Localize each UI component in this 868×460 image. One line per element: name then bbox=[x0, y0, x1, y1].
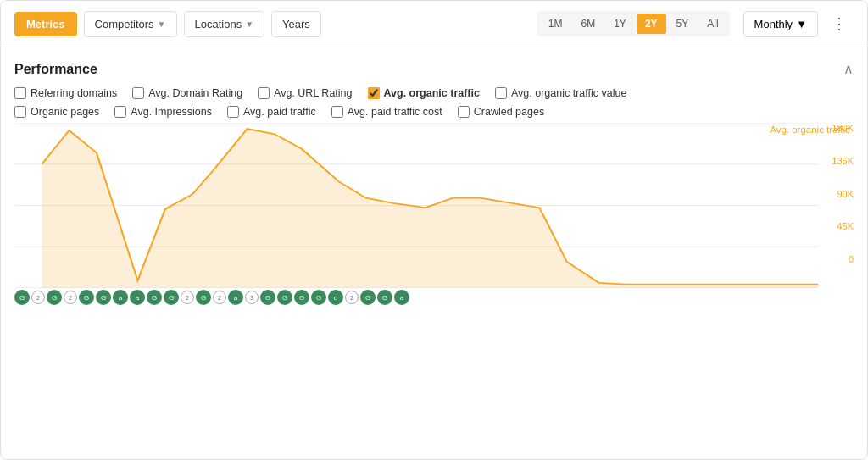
dot-5: G bbox=[79, 290, 94, 305]
checkbox-avg-organic-traffic-value[interactable] bbox=[495, 87, 507, 99]
dot-24: a bbox=[394, 290, 409, 305]
metric-avg-organic-traffic[interactable]: Avg. organic traffic bbox=[368, 87, 480, 99]
metrics-row-2: Organic pages Avg. Impressions Avg. paid… bbox=[1, 103, 867, 121]
chart-area-fill bbox=[42, 129, 818, 288]
y-axis: 180K 135K 90K 45K 0 bbox=[818, 123, 854, 288]
metric-label-referring-domains: Referring domains bbox=[31, 87, 117, 99]
metrics-row-1: Referring domains Avg. Domain Rating Avg… bbox=[1, 84, 867, 103]
dot-18: G bbox=[294, 290, 309, 305]
metric-organic-pages[interactable]: Organic pages bbox=[14, 106, 99, 118]
dot-21: 2 bbox=[345, 291, 359, 304]
chart-svg: Jan 2023 Apr 2023 Jul 2023 Oct 2023 Jan … bbox=[14, 123, 818, 288]
checkbox-avg-paid-traffic-cost[interactable] bbox=[331, 106, 343, 118]
toolbar: Metrics Competitors ▼ Locations ▼ Years … bbox=[1, 1, 867, 47]
performance-title: Performance bbox=[14, 62, 97, 77]
dot-16: G bbox=[260, 290, 275, 305]
competitors-arrow-icon: ▼ bbox=[158, 19, 166, 29]
more-options-button[interactable]: ⋮ bbox=[825, 9, 854, 38]
time-btn-1y[interactable]: 1Y bbox=[605, 14, 635, 34]
main-container: Metrics Competitors ▼ Locations ▼ Years … bbox=[0, 0, 868, 460]
metric-label-avg-organic-traffic: Avg. organic traffic bbox=[384, 87, 480, 99]
period-label: Monthly bbox=[754, 18, 793, 30]
timeline-dots: G 2 G 2 G G a a G G 2 G 2 a 3 bbox=[14, 288, 818, 308]
checkbox-avg-url-rating[interactable] bbox=[258, 87, 270, 99]
metric-label-avg-domain-rating: Avg. Domain Rating bbox=[148, 87, 242, 99]
y-label-0: 0 bbox=[849, 254, 854, 264]
metric-label-organic-pages: Organic pages bbox=[31, 106, 99, 118]
dot-9: G bbox=[147, 290, 162, 305]
time-buttons-group: 1M 6M 1Y 2Y 5Y All bbox=[537, 11, 730, 36]
metric-label-avg-paid-traffic-cost: Avg. paid traffic cost bbox=[348, 106, 442, 118]
competitors-button[interactable]: Competitors ▼ bbox=[84, 11, 177, 37]
metric-avg-organic-traffic-value[interactable]: Avg. organic traffic value bbox=[495, 87, 626, 99]
metric-avg-domain-rating[interactable]: Avg. Domain Rating bbox=[132, 87, 242, 99]
locations-label: Locations bbox=[195, 18, 242, 30]
period-button[interactable]: Monthly ▼ bbox=[743, 11, 818, 37]
metric-avg-url-rating[interactable]: Avg. URL Rating bbox=[258, 87, 352, 99]
chart-series-label: Avg. organic traffic bbox=[770, 125, 850, 135]
metric-crawled-pages[interactable]: Crawled pages bbox=[458, 106, 544, 118]
y-label-90k: 90K bbox=[837, 189, 854, 199]
years-button[interactable]: Years bbox=[271, 11, 321, 37]
time-btn-6m[interactable]: 6M bbox=[573, 14, 604, 34]
dot-12: G bbox=[196, 290, 211, 305]
checkbox-avg-domain-rating[interactable] bbox=[132, 87, 144, 99]
dot-13: 2 bbox=[213, 291, 226, 304]
dot-20: o bbox=[328, 290, 343, 305]
dot-1: G bbox=[14, 290, 30, 305]
metrics-button[interactable]: Metrics bbox=[14, 12, 77, 36]
metric-label-avg-impressions: Avg. Impressions bbox=[131, 106, 212, 118]
checkbox-organic-pages[interactable] bbox=[14, 106, 26, 118]
dot-10: G bbox=[164, 290, 179, 305]
locations-arrow-icon: ▼ bbox=[245, 19, 253, 29]
competitors-label: Competitors bbox=[95, 18, 154, 30]
metric-avg-impressions[interactable]: Avg. Impressions bbox=[114, 106, 212, 118]
checkbox-avg-paid-traffic[interactable] bbox=[227, 106, 239, 118]
locations-button[interactable]: Locations ▼ bbox=[184, 11, 265, 37]
dot-3: G bbox=[47, 290, 62, 305]
dot-22: G bbox=[360, 290, 376, 305]
checkbox-avg-impressions[interactable] bbox=[114, 106, 126, 118]
time-btn-5y[interactable]: 5Y bbox=[668, 14, 698, 34]
dot-17: G bbox=[277, 290, 292, 305]
dot-4: 2 bbox=[64, 291, 77, 304]
metric-label-crawled-pages: Crawled pages bbox=[474, 106, 544, 118]
performance-header: Performance ∧ bbox=[1, 47, 867, 84]
time-btn-2y[interactable]: 2Y bbox=[637, 14, 666, 34]
dot-11: 2 bbox=[181, 291, 194, 304]
dot-23: G bbox=[377, 290, 392, 305]
dot-15: 3 bbox=[245, 291, 259, 304]
checkbox-avg-organic-traffic[interactable] bbox=[368, 87, 380, 99]
dot-14: a bbox=[228, 290, 243, 305]
y-label-45k: 45K bbox=[837, 221, 854, 231]
dot-2: 2 bbox=[31, 291, 45, 304]
dot-7: a bbox=[113, 290, 128, 305]
time-btn-all[interactable]: All bbox=[698, 14, 726, 34]
y-label-135k: 135K bbox=[832, 156, 854, 166]
checkbox-referring-domains[interactable] bbox=[14, 87, 26, 99]
years-label: Years bbox=[282, 18, 310, 30]
metric-label-avg-url-rating: Avg. URL Rating bbox=[274, 87, 352, 99]
period-arrow-icon: ▼ bbox=[796, 18, 807, 30]
checkbox-crawled-pages[interactable] bbox=[458, 106, 470, 118]
metric-avg-paid-traffic[interactable]: Avg. paid traffic bbox=[227, 106, 316, 118]
metric-label-avg-organic-traffic-value: Avg. organic traffic value bbox=[511, 87, 626, 99]
metric-referring-domains[interactable]: Referring domains bbox=[14, 87, 117, 99]
dot-6: G bbox=[96, 290, 111, 305]
collapse-button[interactable]: ∧ bbox=[843, 61, 854, 77]
dot-8: a bbox=[130, 290, 145, 305]
chart-area: Avg. organic traffic Jan 2 bbox=[1, 121, 867, 459]
metric-label-avg-paid-traffic: Avg. paid traffic bbox=[243, 106, 316, 118]
metric-avg-paid-traffic-cost[interactable]: Avg. paid traffic cost bbox=[331, 106, 442, 118]
time-btn-1m[interactable]: 1M bbox=[540, 14, 571, 34]
dot-19: G bbox=[311, 290, 326, 305]
